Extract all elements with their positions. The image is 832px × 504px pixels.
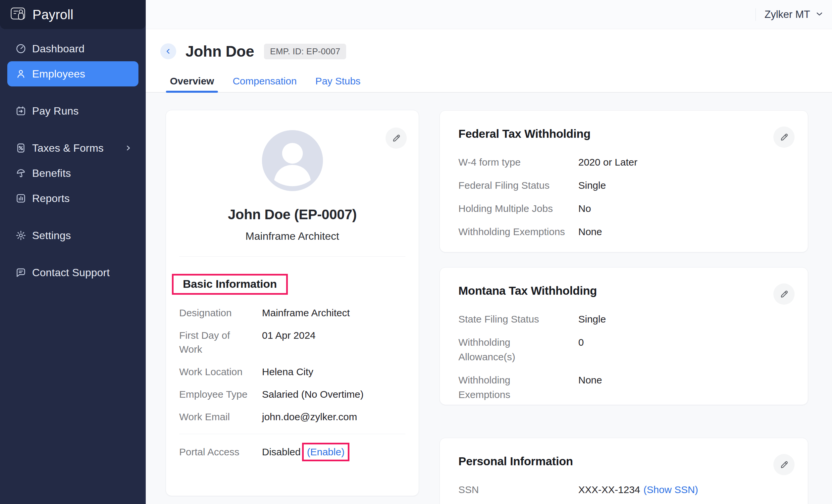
field-row-ssn: SSN XXX-XX-1234(Show SSN) (459, 482, 789, 497)
topbar-divider (755, 8, 756, 21)
pencil-icon (779, 460, 789, 470)
field-row-holding-multiple-jobs: Holding Multiple Jobs No (459, 201, 789, 216)
highlight-box-basic-information: Basic Information (172, 274, 288, 295)
pencil-icon (391, 133, 401, 143)
employee-profile-card: John Doe (EP-0007) Mainframe Architect B… (165, 110, 419, 496)
enable-portal-link[interactable]: (Enable) (307, 446, 344, 457)
sidebar-item-dashboard[interactable]: Dashboard (7, 36, 138, 61)
field-value: XXX-XX-1234(Show SSN) (578, 482, 698, 497)
field-label: State Filing Status (459, 312, 551, 326)
portal-access-row: Portal Access Disabled (Enable) (179, 443, 406, 461)
pencil-icon (779, 132, 789, 142)
field-row-employee-type: Employee Type Salaried (No Overtime) (179, 388, 406, 401)
tab-bar: Overview Compensation Pay Stubs (166, 70, 365, 93)
field-row-w4-form-type: W-4 form type 2020 or Later (459, 155, 789, 169)
divider (179, 434, 406, 434)
field-row-withholding-exemptions: Withholding Exemptions None (459, 373, 789, 402)
field-label: Withholding Exemptions (459, 224, 573, 239)
field-row-designation: Designation Mainframe Architect (179, 306, 406, 320)
field-value: Single (578, 312, 606, 326)
state-tax-fields: State Filing Status Single Withholding A… (459, 312, 789, 402)
field-value: 2020 or Later (578, 155, 637, 169)
personal-information-card: Personal Information SSN XXX-XX-1234(Sho… (440, 438, 808, 504)
field-label: Designation (179, 306, 249, 320)
sidebar-nav: Dashboard Employees Pay Runs Taxes & For… (0, 29, 146, 285)
field-label: Work Email (179, 410, 249, 424)
employee-id-badge: EMP. ID: EP-0007 (264, 44, 346, 59)
contact-support-icon (15, 267, 26, 278)
field-label: Holding Multiple Jobs (459, 201, 573, 216)
highlight-box-enable: (Enable) (302, 443, 349, 461)
montana-tax-withholding-card: Montana Tax Withholding State Filing Sta… (440, 267, 808, 405)
field-label: W-4 form type (459, 155, 573, 169)
personal-information-fields: SSN XXX-XX-1234(Show SSN) (459, 482, 789, 497)
sidebar: Payroll Dashboard Employees Pay Runs (0, 0, 146, 504)
edit-federal-tax-button[interactable] (773, 127, 795, 148)
section-title-basic-information: Basic Information (183, 277, 277, 290)
edit-state-tax-button[interactable] (773, 284, 795, 304)
settings-icon (15, 230, 26, 241)
card-title: Federal Tax Withholding (459, 126, 789, 142)
tab-compensation[interactable]: Compensation (229, 70, 301, 93)
field-value: No (578, 201, 591, 216)
show-ssn-link[interactable]: (Show SSN) (644, 484, 698, 495)
field-value: Salaried (No Overtime) (262, 388, 364, 401)
sidebar-item-label: Dashboard (32, 43, 84, 55)
sidebar-item-settings[interactable]: Settings (7, 223, 138, 248)
field-label: First Day of Work (179, 328, 249, 356)
benefits-icon (15, 167, 26, 179)
field-row-withholding-allowances: Withholding Allowance(s) 0 (459, 335, 789, 364)
sidebar-item-contact-support[interactable]: Contact Support (7, 260, 138, 285)
back-button[interactable] (160, 44, 176, 59)
field-label: SSN (459, 482, 573, 497)
profile-card-body: Basic Information Designation Mainframe … (166, 256, 419, 461)
field-value: None (578, 373, 602, 402)
edit-profile-button[interactable] (386, 128, 407, 149)
dashboard-icon (15, 43, 26, 54)
card-title: Montana Tax Withholding (459, 283, 789, 299)
employee-designation: Mainframe Architect (166, 230, 419, 243)
card-title: Personal Information (459, 453, 789, 469)
field-value: Single (578, 178, 606, 193)
sidebar-item-benefits[interactable]: Benefits (7, 161, 138, 186)
sidebar-item-reports[interactable]: Reports (7, 186, 138, 211)
field-row-withholding-exemptions: Withholding Exemptions None (459, 224, 789, 239)
chevron-down-icon (815, 9, 824, 20)
payroll-app: Payroll Dashboard Employees Pay Runs (0, 0, 832, 504)
field-row-work-email: Work Email john.doe@zylker.com (179, 410, 406, 424)
divider (179, 256, 406, 257)
field-label: Withholding Exemptions (459, 373, 551, 402)
tab-overview[interactable]: Overview (166, 70, 218, 93)
field-label: Employee Type (179, 388, 249, 401)
federal-tax-withholding-card: Federal Tax Withholding W-4 form type 20… (440, 110, 808, 252)
org-name: Zylker MT (764, 9, 810, 21)
field-value: john.doe@zylker.com (262, 410, 357, 424)
sidebar-item-pay-runs[interactable]: Pay Runs (7, 98, 138, 124)
chevron-right-icon (124, 144, 132, 152)
field-label: Work Location (179, 365, 249, 379)
sidebar-item-label: Settings (32, 230, 71, 242)
edit-personal-information-button[interactable] (773, 454, 795, 475)
employee-display-name: John Doe (EP-0007) (166, 206, 419, 223)
payroll-logo-icon (10, 6, 26, 23)
taxes-forms-icon (15, 142, 26, 154)
basic-information-fields: Designation Mainframe Architect First Da… (179, 306, 406, 424)
field-value: Mainframe Architect (262, 306, 350, 320)
sidebar-item-label: Benefits (32, 167, 71, 180)
page-header: John Doe EMP. ID: EP-0007 Overview Compe… (146, 29, 832, 93)
sidebar-item-label: Pay Runs (32, 105, 78, 117)
portal-access-status: Disabled (262, 446, 301, 458)
reports-icon (15, 193, 26, 204)
sidebar-item-label: Employees (32, 68, 85, 80)
sidebar-item-label: Taxes & Forms (32, 142, 104, 154)
sidebar-item-employees[interactable]: Employees (7, 61, 138, 86)
tab-pay-stubs[interactable]: Pay Stubs (311, 70, 365, 93)
sidebar-item-taxes-forms[interactable]: Taxes & Forms (7, 135, 138, 161)
ssn-masked-value: XXX-XX-1234 (578, 484, 640, 495)
app-logo: Payroll (0, 0, 146, 29)
field-label: Portal Access (179, 446, 249, 458)
topbar: Zylker MT (146, 0, 832, 29)
page-title: John Doe (185, 43, 254, 60)
avatar (262, 130, 323, 191)
org-switcher[interactable]: Zylker MT (764, 9, 824, 21)
